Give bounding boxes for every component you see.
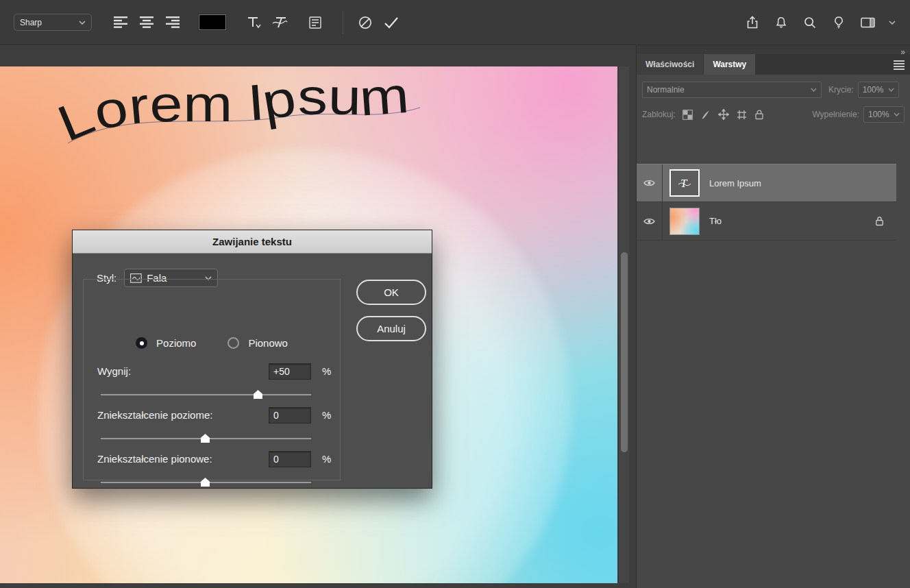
- blend-mode-value: Normalnie: [647, 85, 685, 95]
- workspace-panel-button[interactable]: [858, 13, 877, 32]
- options-bar: Sharp: [0, 0, 910, 45]
- chevron-down-icon: [894, 112, 900, 117]
- chevron-down-icon: [79, 21, 86, 25]
- warp-options-group: Poziomo Pionowo Wygnij: +50 % Zniekształ…: [83, 279, 341, 480]
- opacity-label: Krycie:: [828, 85, 854, 95]
- horizontal-label: Poziomo: [156, 337, 196, 349]
- slider-thumb[interactable]: [254, 390, 262, 399]
- notifications-button[interactable]: [772, 13, 791, 32]
- chevron-down-icon: [888, 88, 894, 92]
- canvas-scrollbar[interactable]: [618, 66, 629, 583]
- ok-button[interactable]: OK: [356, 280, 426, 305]
- text-orientation-icon: [246, 16, 261, 29]
- distort-vertical-input[interactable]: 0: [269, 451, 311, 467]
- text-align-group: [111, 13, 182, 32]
- text-layer-thumbnail[interactable]: T: [669, 169, 700, 197]
- text-color-swatch[interactable]: [199, 14, 226, 30]
- opacity-value: 100%: [863, 85, 884, 95]
- opacity-dropdown[interactable]: 100%: [858, 82, 899, 98]
- slider-thumb[interactable]: [201, 478, 210, 487]
- distort-horizontal-unit: %: [322, 407, 331, 424]
- vertical-label: Pionowo: [248, 337, 288, 349]
- distort-horizontal-slider[interactable]: [101, 433, 311, 443]
- toolbar-separator: [343, 11, 343, 34]
- warped-text[interactable]: Lorem Ipsum: [58, 66, 432, 176]
- tab-label: Właściwości: [645, 60, 694, 69]
- bend-label: Wygnij:: [97, 363, 131, 380]
- orientation-horizontal-option[interactable]: Poziomo: [136, 337, 196, 349]
- lock-transparency-icon[interactable]: [682, 110, 693, 120]
- chevron-down-icon: [811, 88, 817, 92]
- search-icon: [803, 16, 817, 29]
- commit-edit-button[interactable]: [382, 13, 401, 32]
- orientation-vertical-option[interactable]: Pionowo: [228, 337, 288, 349]
- share-icon: [746, 15, 759, 29]
- panel-menu-icon[interactable]: [894, 60, 905, 69]
- panel-layout-icon: [861, 16, 875, 29]
- layer-name: Lorem Ipsum: [709, 178, 896, 188]
- toggle-panels-button[interactable]: [306, 13, 325, 32]
- bell-icon: [774, 16, 788, 29]
- chevron-down-icon: [889, 21, 896, 25]
- layer-lock-icon: [875, 216, 884, 226]
- radio-selected-icon[interactable]: [136, 337, 147, 349]
- scrollbar-thumb[interactable]: [621, 252, 628, 452]
- align-left-icon: [114, 16, 128, 28]
- tab-layers[interactable]: Warstwy: [704, 54, 755, 75]
- fill-dropdown[interactable]: 100%: [863, 106, 905, 123]
- fill-label: Wypełnienie:: [812, 110, 859, 119]
- text-layer-icon: T: [676, 175, 693, 191]
- slider-track[interactable]: [101, 394, 311, 395]
- cancel-edit-button[interactable]: [356, 13, 375, 32]
- visibility-eye-icon[interactable]: [643, 217, 655, 225]
- photoshop-window: Sharp: [0, 0, 910, 588]
- panels-dock: » Właściwości Warstwy Normalnie Krycie: …: [636, 45, 910, 588]
- tab-label: Warstwy: [713, 60, 746, 69]
- distort-vertical-slider[interactable]: [101, 477, 311, 487]
- bend-slider[interactable]: [101, 389, 311, 399]
- warp-text-button[interactable]: [270, 13, 289, 32]
- cancel-icon: [358, 15, 373, 30]
- antialias-value: Sharp: [20, 18, 42, 27]
- layers-list: T Lorem Ipsum Tło: [637, 164, 896, 241]
- radio-unselected-icon[interactable]: [228, 337, 239, 349]
- visibility-eye-icon[interactable]: [643, 179, 655, 187]
- bend-unit: %: [322, 363, 331, 380]
- align-center-button[interactable]: [137, 13, 156, 32]
- blend-mode-dropdown[interactable]: Normalnie: [642, 82, 822, 98]
- character-panel-icon: [309, 16, 321, 29]
- lock-paint-icon[interactable]: [700, 110, 711, 120]
- checkmark-icon: [384, 16, 399, 29]
- bend-value-input[interactable]: +50: [269, 363, 311, 380]
- text-orientation-button[interactable]: [244, 13, 263, 32]
- dialog-title: Zawijanie tekstu: [73, 230, 432, 254]
- antialias-dropdown[interactable]: Sharp: [14, 14, 92, 31]
- warp-text-icon: [271, 16, 288, 29]
- lock-label: Zablokuj:: [642, 110, 676, 119]
- search-button[interactable]: [800, 13, 820, 32]
- layer-row-tlo[interactable]: Tło: [637, 202, 896, 241]
- align-right-icon: [166, 16, 180, 28]
- distort-horizontal-input[interactable]: 0: [269, 407, 311, 424]
- background-layer-thumbnail[interactable]: [669, 208, 700, 235]
- distort-horizontal-label: Zniekształcenie poziome:: [97, 407, 212, 424]
- lightbulb-icon: [832, 15, 846, 29]
- cancel-button[interactable]: Anuluj: [356, 316, 426, 341]
- lock-all-icon[interactable]: [754, 109, 764, 120]
- lock-position-icon[interactable]: [718, 109, 729, 120]
- distort-vertical-label: Zniekształcenie pionowe:: [97, 451, 212, 467]
- layer-name: Tło: [709, 216, 875, 226]
- lock-artboard-icon[interactable]: [737, 110, 747, 120]
- svg-text:Lorem Ipsum: Lorem Ipsum: [58, 66, 411, 152]
- share-button[interactable]: [743, 13, 762, 32]
- tab-properties[interactable]: Właściwości: [637, 54, 703, 75]
- slider-thumb[interactable]: [201, 434, 210, 443]
- align-right-button[interactable]: [163, 13, 182, 32]
- align-center-icon: [140, 16, 154, 28]
- discover-button[interactable]: [829, 13, 848, 32]
- align-left-button[interactable]: [111, 13, 130, 32]
- layer-row-lorem-ipsum[interactable]: T Lorem Ipsum: [637, 164, 896, 202]
- warp-text-dialog: Zawijanie tekstu Styl: Fala Poziomo: [72, 230, 432, 489]
- toolbar-more-button[interactable]: [887, 13, 898, 32]
- fill-value: 100%: [868, 110, 889, 119]
